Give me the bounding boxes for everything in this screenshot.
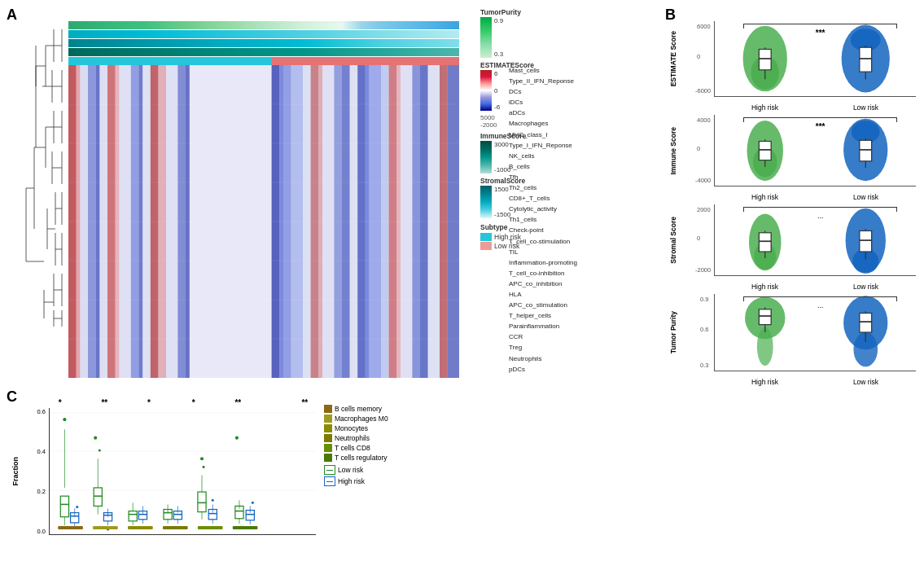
violin-ylabel-estimate: ESTIMATE Score — [669, 31, 677, 86]
svg-rect-205 — [233, 526, 258, 529]
svg-rect-121 — [860, 230, 872, 252]
sig-line-estimate: *** — [735, 24, 906, 32]
estimate-numbers: 5000 -2000 — [480, 114, 586, 129]
violin-plot-immune: 4000 0 -4000 *** — [714, 115, 916, 186]
svg-rect-151 — [94, 488, 102, 506]
sig-line-immune: *** — [735, 117, 906, 125]
track-estimate — [68, 30, 459, 38]
svg-point-199 — [252, 502, 254, 504]
svg-rect-133 — [860, 314, 872, 333]
panel-b-label: B — [665, 7, 676, 23]
legend-tcd8: T cells CD8 — [324, 444, 462, 452]
panel-c-label: C — [7, 388, 17, 405]
legend-stromal: 1500 -1500 — [480, 186, 586, 218]
sig-line-stromal: ... — [735, 207, 906, 215]
svg-point-181 — [200, 457, 204, 460]
panel-b: B ESTIMATE Score 6000 0 -6000 *** — [665, 7, 917, 397]
heatmap-grid — [68, 65, 459, 378]
heatmap-svg — [68, 65, 459, 378]
legend-tumor-title: TumorPurity — [480, 8, 586, 16]
legend-box: TumorPurity 0.9 0.3 ESTIMATEScore 6 0 -6… — [480, 8, 586, 250]
violin-row-purity: Tumor Purity 0.9 0.6 0.3 ... — [665, 294, 917, 388]
legend-b-memory: B cells memory — [324, 405, 462, 413]
tumor-ticks: 0.9 0.3 — [494, 17, 503, 58]
legend-subtype-title: Subtype — [480, 223, 586, 231]
violin-xlabels-purity: High risk Low risk — [714, 378, 916, 386]
svg-rect-127 — [759, 309, 771, 325]
violin-plot-purity: 0.9 0.6 0.3 ... — [714, 294, 916, 371]
low-risk-swatch — [480, 242, 492, 250]
panel-a: A — [7, 7, 462, 381]
svg-rect-141 — [60, 496, 68, 517]
legend-stromal-title: StromalScore — [480, 177, 586, 185]
significance-marks: * ** * * ** ** — [49, 398, 316, 407]
stromal-ticks: 1500 -1500 — [494, 186, 510, 218]
legend-macro-m0: Macrophages M0 — [324, 415, 462, 423]
c-legend: B cells memory Macrophages M0 Monocytes … — [324, 405, 462, 486]
legend-tumor-purity: 0.9 0.3 — [480, 17, 586, 58]
svg-point-187 — [212, 499, 214, 502]
y-ticks: 0.6 0.4 0.2 0.0 — [23, 408, 46, 535]
legend-high-risk: High risk — [480, 233, 586, 241]
dendrogram — [21, 21, 66, 378]
legend-estimate: 6 0 -6 — [480, 70, 586, 111]
legend-immune: 3000 -1000 — [480, 141, 586, 173]
heatmap-tracks — [68, 21, 459, 64]
violin-row-estimate: ESTIMATE Score 6000 0 -6000 *** — [665, 21, 917, 113]
svg-rect-103 — [759, 141, 771, 160]
violin-ylabel-purity: Tumor Purity — [669, 311, 677, 353]
panel-c: C * ** * * ** ** Fraction 0.6 0.4 0.2 0.… — [7, 388, 462, 559]
svg-point-149 — [76, 506, 78, 508]
sig-line-purity: ... — [735, 296, 906, 305]
svg-rect-201 — [93, 526, 118, 529]
legend-treg: T cells regulatory — [324, 454, 462, 462]
violin-ylabel-stromal: Stromal Score — [669, 217, 677, 264]
colorbar-tumor — [480, 17, 492, 58]
track-tumor-purity — [68, 21, 459, 29]
svg-point-144 — [63, 418, 66, 421]
svg-point-126 — [757, 327, 773, 366]
violin-xlabels-stromal: High risk Low risk — [714, 283, 916, 291]
high-risk-swatch — [480, 233, 492, 241]
violin-xlabels-estimate: High risk Low risk — [714, 103, 916, 112]
violin-xlabels-immune: High risk Low risk — [714, 193, 916, 201]
svg-rect-115 — [759, 233, 771, 252]
violin-row-stromal: Stromal Score 2000 0 -2000 ... — [665, 204, 917, 292]
svg-rect-203 — [163, 526, 188, 529]
svg-rect-91 — [759, 50, 771, 70]
colorbar-stromal — [480, 186, 492, 218]
svg-rect-178 — [198, 492, 206, 512]
boxplot-area — [49, 408, 316, 535]
svg-rect-109 — [860, 140, 872, 161]
svg-point-154 — [94, 437, 97, 440]
violin-row-immune: Immune Score 4000 0 -4000 *** — [665, 115, 917, 203]
dendrogram-svg — [21, 21, 66, 331]
legend-mono: Monocytes — [324, 424, 462, 432]
legend-low-risk: Low risk — [480, 242, 586, 250]
estimate-ticks: 6 0 -6 — [494, 70, 500, 111]
track-subtype — [68, 57, 459, 65]
boxplot-ylabel: Fraction — [11, 457, 20, 486]
legend-low-risk-c: Low risk — [324, 465, 462, 475]
svg-rect-200 — [58, 526, 83, 529]
violin-ylabel-immune: Immune Score — [669, 127, 677, 175]
violin-plot-stromal: 2000 0 -2000 ... — [714, 204, 916, 276]
violin-plot-estimate: 6000 0 -6000 *** — [714, 21, 916, 97]
boxplot-svg — [50, 408, 316, 534]
svg-rect-97 — [860, 47, 872, 72]
track-stromal — [68, 48, 459, 56]
svg-point-155 — [99, 449, 101, 451]
svg-point-182 — [203, 466, 205, 468]
legend-neutro: Neutrophils — [324, 434, 462, 442]
legend-high-risk-c: High risk — [324, 476, 462, 486]
svg-point-193 — [235, 437, 239, 440]
svg-rect-204 — [198, 526, 223, 529]
legend-immune-title: ImmuneScore — [480, 132, 586, 140]
main-container: A — [0, 0, 924, 566]
legend-estimate-title: ESTIMATEScore — [480, 61, 586, 69]
panel-a-label: A — [7, 7, 17, 24]
colorbar-immune — [480, 141, 492, 173]
svg-rect-202 — [128, 526, 153, 529]
svg-rect-162 — [129, 511, 137, 521]
track-immune — [68, 39, 459, 47]
